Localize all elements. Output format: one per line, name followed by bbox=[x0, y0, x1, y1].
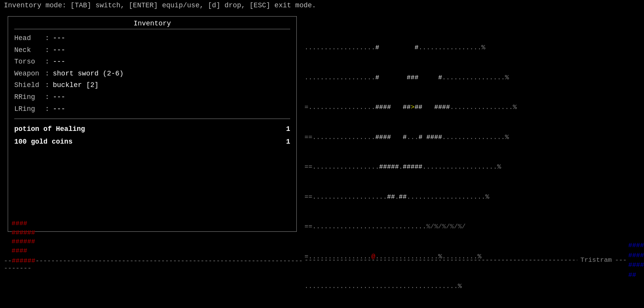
slot-neck-value: --- bbox=[53, 44, 65, 56]
mode-instructions: Inventory mode: [TAB] switch, [ENTER] eq… bbox=[4, 2, 316, 9]
map-bottom-bar: ----------------------------------------… bbox=[304, 241, 644, 280]
equipment-neck-row: Neck : --- bbox=[14, 44, 290, 56]
inventory-divider bbox=[14, 119, 290, 119]
equipment-rring-row: RRing : --- bbox=[14, 91, 290, 103]
slot-weapon-label: Weapon bbox=[14, 68, 45, 80]
slot-rring-value: --- bbox=[53, 91, 65, 103]
inventory-panel: Inventory Head : --- Neck : --- Torso : … bbox=[0, 11, 304, 306]
slot-shield-value: buckler [2] bbox=[53, 79, 99, 91]
top-bar: Inventory mode: [TAB] switch, [ENTER] eq… bbox=[0, 0, 644, 11]
equipment-weapon-row: Weapon : short sword (2-6) bbox=[14, 68, 290, 80]
equipment-torso-row: Torso : --- bbox=[14, 56, 290, 68]
item-qty-1: 1 bbox=[286, 136, 290, 148]
equipment-head-row: Head : --- bbox=[14, 32, 290, 44]
slot-neck-label: Neck bbox=[14, 44, 45, 56]
item-name-0: potion of Healing bbox=[14, 123, 85, 135]
map-line-6: ==...................##.##..............… bbox=[304, 192, 644, 202]
slot-torso-value: --- bbox=[53, 56, 65, 68]
item-row-1[interactable]: 100 gold coins 1 bbox=[14, 136, 290, 148]
map-area: ..................# #................% .… bbox=[304, 11, 644, 306]
slot-head-colon: : bbox=[45, 32, 53, 44]
bottom-dash-row-inventory: --######--------------------------------… bbox=[0, 257, 304, 272]
map-line-9: .......................................% bbox=[304, 281, 644, 291]
item-qty-0: 1 bbox=[286, 123, 290, 135]
map-line-2: ..................# ### #...............… bbox=[304, 73, 644, 83]
map-line-4: ==................#### #...# ####.......… bbox=[304, 132, 644, 142]
map-line-7: ==.............................%/%/%/%/%… bbox=[304, 222, 644, 232]
red-blocks: #### ###### ###### #### bbox=[8, 219, 35, 256]
slot-lring-value: --- bbox=[53, 103, 65, 115]
slot-lring-label: LRing bbox=[14, 103, 45, 115]
item-row-0[interactable]: potion of Healing 1 bbox=[14, 123, 290, 135]
slot-rring-colon: : bbox=[45, 91, 53, 103]
slot-torso-label: Torso bbox=[14, 56, 45, 68]
slot-neck-colon: : bbox=[45, 44, 53, 56]
slot-weapon-colon: : bbox=[45, 68, 53, 80]
slot-weapon-value: short sword (2-6) bbox=[53, 68, 124, 80]
map-line-5: ==.................#####.#####..........… bbox=[304, 162, 644, 172]
inventory-box: Inventory Head : --- Neck : --- Torso : … bbox=[8, 16, 297, 232]
slot-head-value: --- bbox=[53, 32, 65, 44]
slot-head-label: Head bbox=[14, 32, 45, 44]
item-name-1: 100 gold coins bbox=[14, 136, 72, 148]
slot-lring-colon: : bbox=[45, 103, 53, 115]
equipment-shield-row: Shield : buckler [2] bbox=[14, 79, 290, 91]
map-line-3: =.................#### ##>## ####.......… bbox=[304, 102, 644, 112]
slot-torso-colon: : bbox=[45, 56, 53, 68]
slot-rring-label: RRing bbox=[14, 91, 45, 103]
map-line-1: ..................# #................% bbox=[304, 43, 644, 53]
inventory-title: Inventory bbox=[14, 20, 290, 29]
equipment-lring-row: LRing : --- bbox=[14, 103, 290, 115]
tristram-label: Tristram bbox=[580, 255, 612, 265]
slot-shield-label: Shield bbox=[14, 79, 45, 91]
slot-shield-colon: : bbox=[45, 79, 53, 91]
